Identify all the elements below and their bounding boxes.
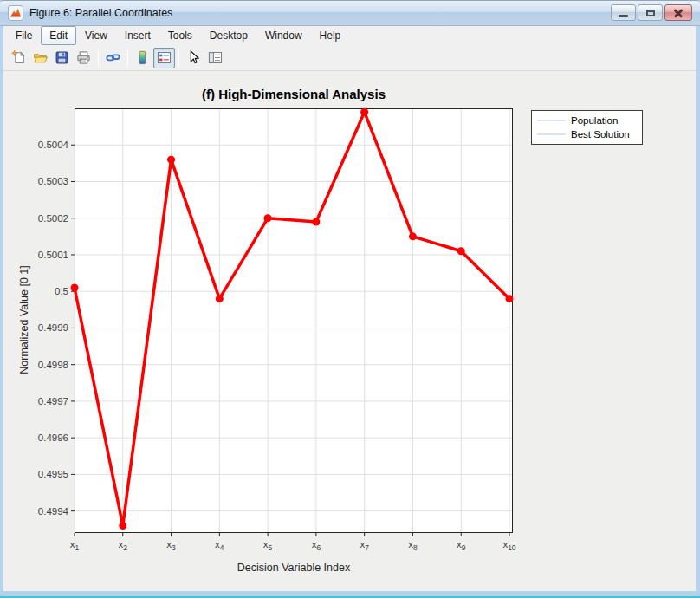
x-tick-label: x6 [312, 539, 321, 552]
menu-item-tools[interactable]: Tools [159, 26, 201, 45]
x-tick-label: x5 [263, 539, 273, 552]
x-tick-label: x9 [457, 539, 466, 552]
toolbar-separator [98, 49, 99, 67]
maximize-icon [646, 10, 655, 16]
menu-item-window[interactable]: Window [256, 26, 311, 45]
menu-bar: File Edit View Insert Tools Desktop Wind… [3, 26, 696, 45]
y-axis-label: Normalized Value [0,1] [18, 233, 30, 406]
data-point-marker [312, 218, 320, 225]
best-solution-line-swatch [537, 133, 566, 135]
legend-entry-best-solution: Best Solution [532, 127, 642, 141]
y-tick-label: 0.4996 [38, 432, 68, 443]
save-button[interactable] [51, 48, 73, 68]
data-point-marker [457, 247, 465, 255]
x-tick-label: x7 [360, 539, 369, 552]
menu-item-insert[interactable]: Insert [116, 26, 159, 45]
y-tick-label: 0.4998 [38, 360, 68, 370]
cursor-arrow-icon [186, 50, 201, 65]
x-tick-label: x3 [166, 539, 176, 552]
y-tick-label: 0.5001 [38, 250, 68, 260]
toolbar-separator [178, 49, 179, 67]
x-tick-label: x2 [119, 539, 128, 552]
chart-plot-area[interactable]: 0.50040.50030.50020.50010.50.49990.49980… [75, 108, 513, 533]
menu-item-desktop[interactable]: Desktop [201, 26, 256, 45]
y-tick-label: 0.5003 [38, 176, 68, 186]
data-point-marker [71, 283, 79, 291]
x-tick-label: x8 [408, 539, 418, 552]
figure-window: Figure 6: Parallel Coordinates File Edit… [0, 0, 700, 598]
legend-entry-population: Population [532, 114, 642, 127]
legend-icon [157, 50, 172, 65]
x-tick-label: x10 [502, 539, 515, 552]
y-tick-label: 0.4994 [38, 506, 69, 517]
toolbar-separator [127, 49, 128, 67]
data-point-marker [119, 522, 126, 530]
colorbar-icon [135, 50, 150, 65]
data-point-marker [360, 108, 368, 116]
y-tick-label: 0.4997 [38, 396, 68, 406]
print-button[interactable] [73, 48, 94, 68]
data-point-marker [409, 232, 417, 240]
insert-legend-button[interactable] [153, 48, 175, 68]
minimize-button[interactable] [611, 4, 636, 21]
matlab-logo-icon [8, 5, 23, 21]
edit-plot-button[interactable] [183, 48, 204, 68]
y-tick-label: 0.4999 [38, 322, 68, 333]
legend-label: Best Solution [571, 129, 630, 140]
open-folder-icon [33, 50, 48, 65]
data-point-marker [167, 156, 175, 164]
data-point-marker [216, 295, 224, 302]
menu-item-edit[interactable]: Edit [41, 26, 76, 45]
floppy-disk-icon [55, 50, 69, 65]
maximize-button[interactable] [638, 4, 663, 21]
y-tick-label: 0.5004 [38, 140, 69, 150]
close-icon [673, 8, 684, 18]
chart-legend[interactable]: Population Best Solution [531, 110, 643, 145]
x-axis-label: Decision Variable Index [75, 562, 513, 574]
y-tick-label: 0.5 [55, 286, 68, 296]
menu-item-help[interactable]: Help [311, 26, 350, 45]
link-plot-button[interactable] [102, 48, 124, 68]
window-title: Figure 6: Parallel Coordinates [29, 7, 172, 19]
open-file-button[interactable] [29, 48, 51, 68]
data-point-marker [506, 295, 514, 302]
y-tick-label: 0.4995 [38, 469, 68, 479]
menu-item-view[interactable]: View [76, 26, 116, 45]
new-document-icon [11, 50, 26, 65]
x-tick-label: x1 [70, 539, 80, 552]
menu-item-file[interactable]: File [7, 26, 41, 45]
plot-browser-icon [208, 50, 223, 65]
figure-canvas: (f) High-Dimensional Analysis Normalized… [3, 71, 696, 591]
close-button[interactable] [664, 4, 692, 21]
minimize-icon [619, 15, 628, 17]
plot-background [75, 108, 513, 533]
population-line-swatch [537, 120, 566, 121]
chart-title: (f) High-Dimensional Analysis [75, 87, 513, 101]
y-tick-label: 0.5002 [38, 213, 68, 224]
data-point-marker [264, 214, 272, 222]
legend-label: Population [571, 115, 618, 126]
insert-colorbar-button[interactable] [132, 48, 153, 68]
x-tick-label: x4 [215, 539, 224, 552]
window-controls [611, 4, 692, 21]
plot-browser-button[interactable] [204, 48, 226, 68]
link-icon [106, 50, 120, 65]
window-bottom-border [0, 591, 700, 598]
printer-icon [76, 50, 91, 65]
window-titlebar[interactable]: Figure 6: Parallel Coordinates [0, 0, 700, 26]
toolbar [3, 45, 696, 71]
new-figure-button[interactable] [8, 48, 29, 68]
